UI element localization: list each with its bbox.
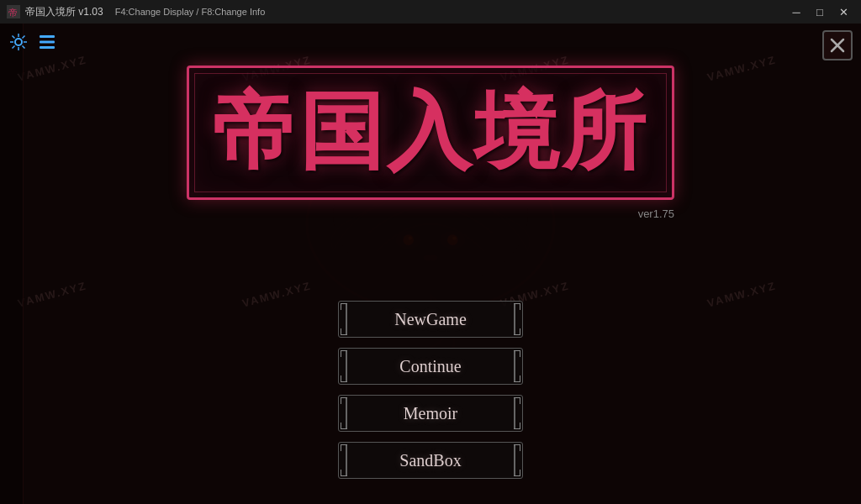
svg-point-10: [452, 236, 456, 239]
title-bar-controls: ─ □ ✕: [785, 3, 854, 20]
svg-point-7: [403, 234, 414, 245]
svg-point-13: [15, 39, 22, 45]
close-game-button[interactable]: [822, 30, 853, 60]
svg-line-20: [23, 36, 25, 39]
menu-buttons: NewGame Continue Memoir Sa: [338, 301, 523, 479]
sandbox-button[interactable]: SandBox: [338, 442, 523, 479]
svg-line-19: [23, 46, 25, 49]
game-title: 帝国入境所: [212, 76, 649, 190]
list-icon[interactable]: [35, 30, 59, 54]
settings-icon[interactable]: [7, 30, 30, 54]
svg-point-8: [447, 234, 458, 245]
svg-text:帝: 帝: [8, 8, 18, 18]
app-icon: 帝: [7, 5, 20, 18]
svg-rect-22: [40, 35, 55, 38]
title-bar-left: 帝 帝国入境所 v1.03 F4:Change Display / F8:Cha…: [7, 5, 265, 19]
menu-bar: F4:Change Display / F8:Change Info: [115, 7, 266, 17]
sandbox-label: SandBox: [399, 451, 461, 470]
minimize-button[interactable]: ─: [785, 3, 807, 20]
new-game-button[interactable]: NewGame: [338, 301, 523, 338]
svg-point-9: [409, 236, 412, 239]
left-panel-strip: [0, 24, 24, 504]
continue-button[interactable]: Continue: [338, 348, 523, 385]
version-label: ver1.75: [638, 207, 674, 220]
svg-rect-24: [40, 46, 55, 49]
memoir-label: Memoir: [404, 404, 457, 423]
main-content: VAMW.XYZ VAMW.XYZ VAMW.XYZ VAMW.XYZ VAMW…: [0, 24, 861, 504]
game-title-logo: 帝国入境所: [187, 66, 674, 200]
title-bar: 帝 帝国入境所 v1.03 F4:Change Display / F8:Cha…: [0, 0, 861, 24]
maximize-button[interactable]: □: [809, 3, 831, 20]
svg-point-12: [429, 255, 438, 260]
svg-rect-23: [40, 41, 55, 44]
titlebar-close-button[interactable]: ✕: [832, 3, 854, 20]
window-title: 帝国入境所 v1.03: [25, 5, 103, 19]
new-game-label: NewGame: [394, 310, 467, 329]
continue-label: Continue: [399, 357, 461, 376]
memoir-button[interactable]: Memoir: [338, 395, 523, 432]
svg-line-18: [13, 36, 15, 39]
app-window: 帝 帝国入境所 v1.03 F4:Change Display / F8:Cha…: [0, 0, 861, 504]
toolbar: [7, 30, 59, 54]
game-title-container: 帝国入境所 ver1.75: [187, 66, 674, 200]
svg-line-21: [13, 46, 15, 49]
